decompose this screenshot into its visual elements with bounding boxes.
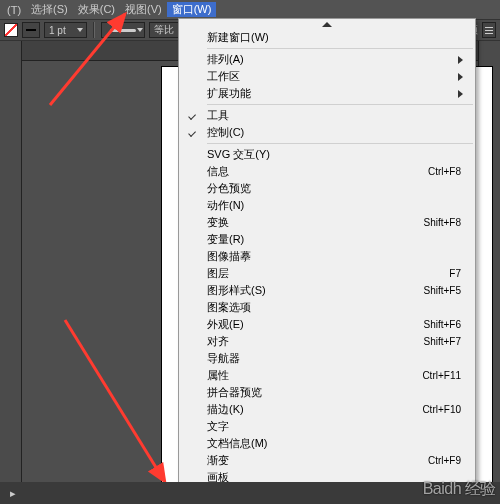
shortcut-label: Ctrl+F8	[428, 166, 467, 177]
panel-menu-icon[interactable]	[482, 22, 496, 38]
check-icon	[190, 131, 197, 135]
line-swatch[interactable]	[22, 22, 40, 38]
window-menu-dropdown: 新建窗口(W)排列(A)工作区扩展功能工具控制(C)SVG 交互(Y)信息Ctr…	[178, 18, 476, 504]
menu-item-label: 控制(C)	[207, 125, 467, 140]
stroke-weight-combo[interactable]: 1 pt	[44, 22, 87, 38]
menu-item[interactable]: 排列(A)	[179, 51, 475, 68]
menu-item-label: 拼合器预览	[207, 385, 467, 400]
stroke-profile[interactable]	[101, 22, 145, 38]
shortcut-label: Ctrl+F11	[422, 370, 467, 381]
divider	[93, 22, 95, 38]
menu-item[interactable]: 图层F7	[179, 265, 475, 282]
menu-item-label: 图形样式(S)	[207, 283, 423, 298]
menu-item[interactable]: 变换Shift+F8	[179, 214, 475, 231]
menu-item[interactable]: 扩展功能	[179, 85, 475, 102]
menu-item-label: 对齐	[207, 334, 423, 349]
menu-item[interactable]: 信息Ctrl+F8	[179, 163, 475, 180]
menu-item[interactable]: 控制(C)	[179, 124, 475, 141]
menu-item-label: 变量(R)	[207, 232, 467, 247]
menu-item-label: 新建窗口(W)	[207, 30, 467, 45]
menu-item-label: 图层	[207, 266, 449, 281]
submenu-arrow-icon	[458, 90, 463, 98]
menu-item[interactable]: 导航器	[179, 350, 475, 367]
menu-item-label: 动作(N)	[207, 198, 467, 213]
menu-item-label: 图像描摹	[207, 249, 467, 264]
menu-item-label: 扩展功能	[207, 86, 458, 101]
shortcut-label: Shift+F5	[423, 285, 467, 296]
menu-item-label: 工具	[207, 108, 467, 123]
shortcut-label: F7	[449, 268, 467, 279]
shortcut-label: Shift+F8	[423, 217, 467, 228]
menu-item-label: 变换	[207, 215, 423, 230]
menu-item[interactable]: 选择(S)	[26, 2, 73, 17]
menu-item-label: 工作区	[207, 69, 458, 84]
scale-mode-value: 等比	[154, 23, 174, 37]
watermark: Baidh 经验	[423, 479, 496, 500]
menu-item-label: 属性	[207, 368, 422, 383]
separator	[207, 143, 473, 144]
menu-item[interactable]: 渐变Ctrl+F9	[179, 452, 475, 469]
menu-item[interactable]: 分色预览	[179, 180, 475, 197]
menu-item[interactable]: 动作(N)	[179, 197, 475, 214]
menu-item[interactable]: 效果(C)	[73, 2, 120, 17]
menu-item[interactable]: 外观(E)Shift+F6	[179, 316, 475, 333]
menu-item-label: 渐变	[207, 453, 428, 468]
menu-item[interactable]: 图像描摹	[179, 248, 475, 265]
menu-item[interactable]: 视图(V)	[120, 2, 167, 17]
menu-item-label: 信息	[207, 164, 428, 179]
menu-item[interactable]: SVG 交互(Y)	[179, 146, 475, 163]
separator	[207, 104, 473, 105]
menu-item-label: 文档信息(M)	[207, 436, 467, 451]
menu-item-label: 排列(A)	[207, 52, 458, 67]
menu-item[interactable]: 描边(K)Ctrl+F10	[179, 401, 475, 418]
shortcut-label: Shift+F7	[423, 336, 467, 347]
menu-item[interactable]: 对齐Shift+F7	[179, 333, 475, 350]
menu-item[interactable]: 新建窗口(W)	[179, 29, 475, 46]
shortcut-label: Shift+F6	[423, 319, 467, 330]
submenu-arrow-icon	[458, 56, 463, 64]
menu-item[interactable]: 图案选项	[179, 299, 475, 316]
menu-item-label: 分色预览	[207, 181, 467, 196]
check-icon	[190, 114, 197, 118]
menu-item[interactable]: (T)	[2, 4, 26, 16]
menu-item[interactable]: 文档信息(M)	[179, 435, 475, 452]
menu-item-label: 图案选项	[207, 300, 467, 315]
menu-item[interactable]: 图形样式(S)Shift+F5	[179, 282, 475, 299]
shortcut-label: Ctrl+F9	[428, 455, 467, 466]
menu-item-label: 描边(K)	[207, 402, 422, 417]
menu-item[interactable]: 工作区	[179, 68, 475, 85]
menu-item[interactable]: 属性Ctrl+F11	[179, 367, 475, 384]
menu-item-label: SVG 交互(Y)	[207, 147, 467, 162]
menu-item[interactable]: 窗口(W)	[167, 2, 217, 17]
menu-item-label: 外观(E)	[207, 317, 423, 332]
scroll-up-arrow[interactable]	[179, 19, 475, 29]
menu-item-label: 文字	[207, 419, 467, 434]
menu-item-label: 导航器	[207, 351, 467, 366]
menu-item[interactable]: 工具	[179, 107, 475, 124]
stroke-weight-value: 1 pt	[49, 25, 66, 36]
shortcut-label: Ctrl+F10	[422, 404, 467, 415]
submenu-arrow-icon	[458, 73, 463, 81]
no-selection-swatch[interactable]	[4, 23, 18, 37]
separator	[207, 48, 473, 49]
menu-item[interactable]: 文字	[179, 418, 475, 435]
menu-item[interactable]: 拼合器预览	[179, 384, 475, 401]
menu-item[interactable]: 变量(R)	[179, 231, 475, 248]
